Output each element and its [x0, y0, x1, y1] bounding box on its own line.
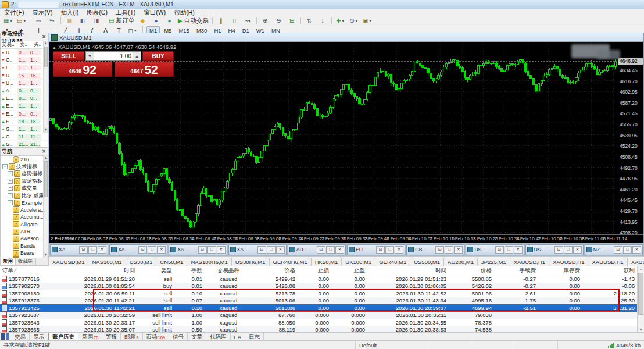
chart-tab[interactable]: XAUUSD,H1 — [549, 258, 588, 266]
buy-button[interactable]: BUY — [142, 51, 174, 61]
periods-button[interactable]: ⊙▾ — [348, 16, 360, 26]
navigator-item[interactable]: ♙216... — [1, 156, 48, 163]
chart-canvas[interactable]: 4634.454618.704602.954587.204571.454555.… — [49, 42, 643, 243]
minimized-chart-window[interactable]: NZ...⊡□✕ — [585, 244, 643, 255]
minimized-chart-window[interactable]: XA...⊡□✕ — [50, 244, 108, 255]
navigator-item[interactable]: ƒBears — [1, 250, 48, 257]
scroll-thumb[interactable] — [638, 273, 643, 315]
column-header-6[interactable]: 止损 — [298, 267, 331, 275]
line-chart-button[interactable]: ↝ — [242, 16, 254, 26]
chart-window-titlebar[interactable]: XAUUSD,M1 — [49, 33, 643, 42]
navigator-item[interactable]: ƒAweson... — [1, 235, 48, 242]
chart-tab[interactable]: JP225,M1 — [478, 258, 510, 266]
chart-tab[interactable]: AU200,M1 — [444, 258, 478, 266]
table-row[interactable]: 13579081802026.01.30 06:59:11sell0.10xau… — [0, 290, 637, 297]
data-window-button[interactable]: ◧ — [77, 16, 89, 26]
maximize-icon[interactable]: □ — [385, 246, 394, 254]
chart-tab[interactable]: US30,M1 — [126, 258, 157, 266]
chart-tab[interactable]: NAS100H6,M1 — [187, 258, 231, 266]
zoom-in-button[interactable]: ⊕ — [259, 16, 271, 26]
minimized-chart-window[interactable]: US...⊡□✕ — [525, 244, 584, 255]
market-watch-row[interactable]: ▲E...18...18... — [1, 118, 48, 126]
navigator-item[interactable]: +ƒ趋势指标 — [1, 170, 48, 177]
collapse-icon[interactable]: - — [2, 164, 8, 169]
market-watch-row[interactable]: ▲C...11...11... — [1, 133, 48, 141]
market-watch-column-1[interactable]: 卖.. — [19, 41, 33, 48]
step-back-button[interactable]: ⇅ — [303, 16, 316, 26]
volume-down-icon[interactable]: ▼ — [86, 52, 94, 60]
table-row[interactable]: 13579133762026.01.30 11:42:21sell0.07xau… — [0, 297, 637, 305]
navigator-header[interactable]: 导航 ✕ — [1, 148, 48, 156]
bar-chart-button[interactable]: ∥ — [215, 16, 227, 26]
market-watch-row[interactable]: ▼U...0...0... — [1, 49, 48, 56]
market-watch-button[interactable]: ▥ — [63, 16, 76, 26]
navigator-item[interactable]: ƒATR — [1, 228, 48, 235]
scroll-thumb[interactable] — [44, 47, 48, 67]
market-watch-row[interactable]: ▲E...0...0... — [1, 95, 48, 102]
navigator-item[interactable]: +ƒ成交量 — [1, 185, 48, 192]
column-header-9[interactable]: 价格 — [449, 267, 494, 275]
maximize-icon[interactable]: □ — [267, 246, 276, 254]
expand-icon[interactable]: + — [8, 186, 13, 191]
terminal-tab-新闻[interactable]: 新闻70 — [78, 333, 102, 341]
market-watch-row[interactable]: ▼E...1...1... — [1, 64, 48, 72]
maximize-icon[interactable]: □ — [148, 246, 156, 254]
terminal-tab-日志[interactable]: 日志 — [245, 333, 264, 341]
time-axis[interactable]: 2 Feb 20262 Feb 07:542 Feb 08:022 Feb 08… — [49, 234, 643, 243]
navigator-item[interactable]: ƒBands — [1, 243, 48, 250]
navigator-tab-common[interactable]: 常用 — [1, 258, 16, 265]
zoom-out-button[interactable]: ⊖ — [273, 16, 285, 26]
navigator-item[interactable]: ƒAccumu... — [1, 213, 48, 220]
table-row[interactable]: 13578776162026.01.29 01:51:20sell0.01xau… — [0, 275, 637, 283]
column-header-1[interactable]: 时间 — [56, 267, 137, 275]
menu-item-4[interactable]: 工具(T) — [112, 9, 139, 17]
maximize-icon[interactable]: □ — [505, 246, 513, 254]
restore-icon[interactable]: ⊡ — [495, 246, 504, 254]
price-axis[interactable]: 4634.454618.704602.954587.204571.454555.… — [617, 42, 644, 234]
chart-tab[interactable]: GER40,M1 — [375, 258, 410, 266]
column-header-2[interactable]: 类型 — [137, 267, 174, 275]
market-watch-column-0[interactable]: 交易.. — [1, 41, 19, 48]
column-header-0[interactable]: 订单 ∕ — [0, 267, 56, 275]
table-row[interactable]: 13579134252026.01.30 11:42:21sell0.10xau… — [0, 304, 637, 312]
community-button[interactable]: ● — [150, 16, 162, 26]
expand-icon[interactable]: + — [8, 200, 13, 205]
restore-icon[interactable]: ⊡ — [435, 246, 444, 254]
autotrading-button[interactable]: ▶自动交易 — [177, 16, 210, 26]
maximize-icon[interactable]: □ — [623, 246, 632, 254]
maximize-icon[interactable]: □ — [564, 246, 573, 254]
expand-icon[interactable]: + — [8, 193, 13, 198]
restore-icon[interactable]: ⊡ — [317, 246, 325, 254]
terminal-tab-EA[interactable]: EA — [231, 333, 246, 341]
maximize-icon[interactable]: □ — [445, 246, 453, 254]
maximize-icon[interactable]: □ — [88, 246, 97, 254]
volume-value[interactable]: 1.00 — [94, 52, 133, 60]
terminal-tab-账户历史[interactable]: 账户历史 — [48, 333, 78, 341]
menu-item-0[interactable]: 文件(F) — [0, 9, 28, 17]
market-watch-scrollbar[interactable]: ▲ ▼ — [43, 41, 48, 133]
chart-tab[interactable]: US30H6,M1 — [232, 258, 270, 266]
candlestick-chart-button[interactable]: ▯ — [228, 16, 241, 26]
auto-scroll-button[interactable]: ↪ — [46, 16, 58, 26]
close-icon[interactable]: ✕ — [98, 246, 106, 254]
table-row[interactable]: 13579236372026.01.30 20:32:59sell limit1… — [0, 312, 637, 319]
minimized-chart-window[interactable]: GB...⊡□✕ — [406, 244, 464, 255]
chart-tab[interactable]: GER40H6,M1 — [270, 258, 312, 266]
terminal-tab-代码库[interactable]: 代码库 — [206, 333, 231, 341]
new-chart-button[interactable]: ▦▾ — [2, 16, 14, 26]
market-watch-header[interactable]: 市场报价: 11:18:35 ✕ — [1, 33, 48, 41]
chart-tab[interactable]: HK50,M1 — [312, 258, 342, 266]
metaeditor-button[interactable]: ◆ — [137, 16, 149, 26]
close-icon[interactable]: ✕ — [395, 246, 403, 254]
column-header-3[interactable]: 手数 — [174, 267, 205, 275]
chart-tab[interactable]: XAUUSD,H1 — [628, 258, 644, 266]
table-row[interactable]: 13579025702026.01.30 01:05:54buy0.01xauu… — [0, 283, 637, 290]
market-store-button[interactable]: ● — [163, 16, 176, 26]
expand-icon[interactable]: + — [8, 171, 13, 176]
column-header-11[interactable]: 库存费 — [538, 267, 582, 275]
new-order-button[interactable]: ▤新订单 — [108, 16, 135, 26]
navigator-item[interactable]: ƒAccelera... — [1, 206, 48, 213]
volume-up-icon[interactable]: ▲ — [133, 52, 141, 60]
menu-item-6[interactable]: 帮助(H) — [170, 9, 199, 17]
market-watch-columns[interactable]: 交易..卖..买.. — [1, 41, 48, 49]
